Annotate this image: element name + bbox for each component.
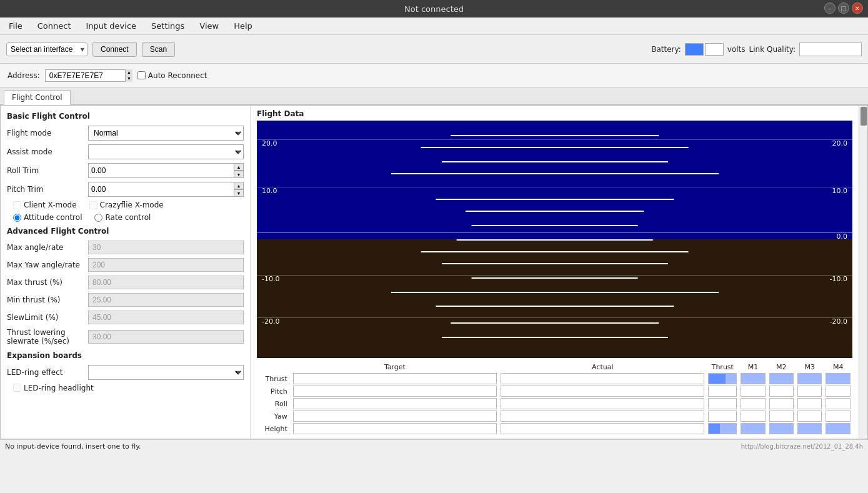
grid-line-neg20 [257,317,852,318]
m4-cell [826,373,851,384]
menu-settings[interactable]: Settings [147,20,188,32]
m3-cell [797,398,822,409]
led-ring-select[interactable] [88,365,244,380]
interface-select-wrapper: Select an interface [6,42,87,56]
m1-cell [741,398,765,409]
m3-cell [797,373,822,384]
scrollbar[interactable] [859,106,867,439]
attitude-control-radio[interactable] [13,214,21,222]
max-angle-label: Max angle/rate [7,243,88,252]
m2-cell [769,398,794,409]
basic-flight-control-title: Basic Flight Control [7,112,244,121]
menu-view[interactable]: View [196,20,222,32]
hbar-11 [471,277,638,279]
hbar-5 [436,199,674,200]
grid-line-0 [257,232,852,233]
roll-trim-down[interactable]: ▼ [234,171,244,178]
client-xmode-label: Client X-mode [13,201,77,209]
assist-mode-label: Assist mode [7,147,88,156]
minimize-button[interactable]: – [824,2,836,14]
right-panel: Flight Data 20.0 20.0 10.0 10.0 0.0 -10.… [251,106,859,439]
link-quality-box [799,42,862,56]
addr-spin-up[interactable]: ▲ [125,69,132,76]
interface-select[interactable]: Select an interface [6,42,87,56]
title-text: Not connected [404,4,464,14]
m4-cell [826,423,851,434]
m3-cell [797,411,822,422]
battery-label: Battery: [651,45,681,54]
grid-label-20-right: 20.0 [832,139,848,147]
slew-limit-label: SlewLimit (%) [7,313,88,322]
grid-label-0-right: 0.0 [837,232,848,241]
led-headlight-checkbox[interactable] [13,384,21,392]
close-button[interactable]: ✕ [852,2,863,14]
grid-label-neg10-right: -10.0 [830,275,847,283]
pitch-trim-input[interactable] [88,182,234,197]
data-table-body: Thrust Pitch Roll Yaw Height [257,372,852,435]
table-row: Height [257,422,852,435]
chart-bottom-half [257,239,852,358]
link-quality-label: Link Quality: [749,45,796,54]
left-panel: Basic Flight Control Flight mode Normal … [1,106,251,439]
maximize-button[interactable]: □ [838,2,849,14]
auto-reconnect-checkbox[interactable] [137,71,146,79]
hbar-2 [421,147,689,148]
scan-button[interactable]: Scan [142,42,175,57]
connect-button[interactable]: Connect [92,42,137,57]
hbar-6 [466,211,644,212]
flight-viz: 20.0 20.0 10.0 10.0 0.0 -10.0 -10.0 -20.… [257,121,852,358]
rate-control-radio[interactable] [94,214,102,222]
menu-file[interactable]: File [5,20,26,32]
pitch-trim-down[interactable]: ▼ [234,189,244,197]
m3-cell [797,423,822,434]
hbar-13 [436,306,674,307]
roll-trim-up[interactable]: ▲ [234,163,244,171]
addr-spin-down[interactable]: ▼ [125,76,132,82]
grid-label-10-left: 10.0 [262,187,277,195]
col-m1-header: M1 [739,362,767,372]
hbar-15 [441,337,667,338]
table-row: Pitch [257,385,852,397]
target-cell [293,398,497,409]
menu-input-device[interactable]: Input device [82,20,141,32]
m1-cell [741,373,765,384]
thrust-cell [708,386,737,397]
m4-cell [826,398,851,409]
hbar-12 [391,292,718,293]
battery-section: Battery: volts Link Quality: [651,42,862,56]
col-m2-header: M2 [767,362,796,372]
m2-cell [769,423,794,434]
client-xmode-checkbox[interactable] [13,201,21,209]
col-m4-header: M4 [824,362,852,372]
pitch-trim-control: ▲ ▼ [88,182,244,197]
address-input[interactable] [45,69,132,82]
row-label: Height [257,422,291,435]
assist-mode-select[interactable] [88,144,244,159]
grid-label-10-right: 10.0 [832,187,848,195]
main-content: Basic Flight Control Flight mode Normal … [0,105,868,439]
menu-help[interactable]: Help [230,20,256,32]
m1-cell [741,411,765,422]
toolbar: Select an interface Connect Scan Battery… [0,35,868,64]
min-thrust-row: Min thrust (%) [7,293,244,307]
statusbar: No input-device found, insert one to fly… [0,439,868,453]
scrollbar-thumb[interactable] [861,107,867,126]
crazyflie-xmode-checkbox[interactable] [89,201,97,209]
tab-flight-control[interactable]: Flight Control [4,90,71,105]
roll-trim-input[interactable] [88,163,234,178]
row-label: Thrust [257,372,291,385]
m2-cell [769,373,794,384]
flight-mode-label: Flight mode [7,129,88,137]
assist-mode-control [88,144,244,159]
roll-trim-label: Roll Trim [7,166,88,175]
address-input-wrap: ▲ ▼ [45,69,132,82]
col-thrust-header: Thrust [706,362,739,372]
flight-mode-select[interactable]: Normal Advanced [88,126,244,141]
max-yaw-label: Max Yaw angle/rate [7,261,88,269]
pitch-trim-up[interactable]: ▲ [234,182,244,189]
max-yaw-row: Max Yaw angle/rate [7,258,244,272]
led-headlight-label: LED-ring headlight [13,384,94,392]
titlebar: Not connected – □ ✕ [0,0,868,17]
grid-label-neg10-left: -10.0 [262,275,279,283]
menu-connect[interactable]: Connect [34,20,75,32]
